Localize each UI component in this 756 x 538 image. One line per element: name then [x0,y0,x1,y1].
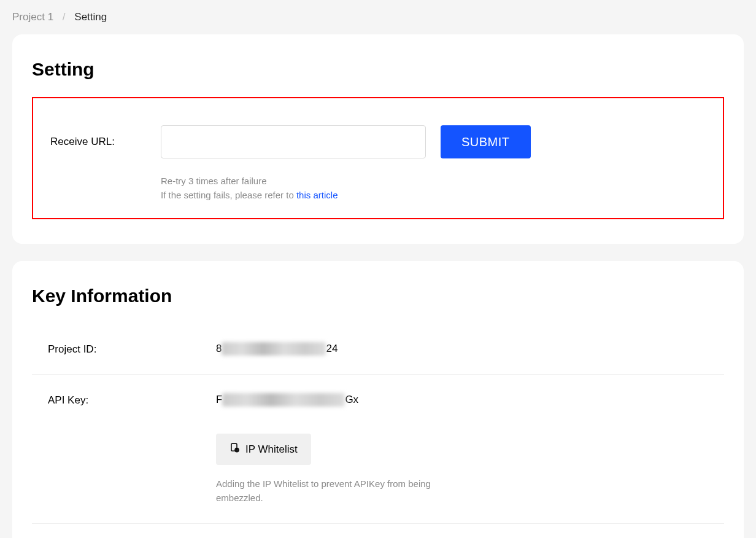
setting-card: Setting Receive URL: SUBMIT Re-try 3 tim… [12,34,744,244]
breadcrumb-parent[interactable]: Project 1 [12,11,53,23]
hint-article-link[interactable]: this article [296,190,338,200]
api-key-prefix: F [216,394,222,406]
api-key-row: API Key: FGx IP Whitelist Adding the IP … [32,375,724,524]
whitelist-hint: Adding the IP Whitelist to prevent APIKe… [216,477,474,505]
key-info-title: Key Information [32,286,724,306]
project-id-suffix: 24 [326,343,338,355]
api-key-masked [222,393,345,407]
hint-line-2: If the setting fails, please refer to th… [161,189,706,203]
project-id-row: Project ID: 824 [32,324,724,375]
project-id-label: Project ID: [32,342,216,356]
receive-url-input[interactable] [161,125,426,158]
setting-title: Setting [32,59,724,80]
submit-button[interactable]: SUBMIT [441,125,531,158]
project-id-masked [222,342,326,356]
receive-url-hint: Re-try 3 times after failure If the sett… [161,174,706,202]
apply-to-row: Apply to: BTC、ETH、TRX、LTC、BCH、DOGE、ETC、D… [32,524,724,538]
hint-line-2-prefix: If the setting fails, please refer to [161,190,296,200]
api-key-value: FGx IP Whitelist Adding the IP Whitelist… [216,393,724,505]
whitelist-icon [230,442,241,456]
hint-line-1: Re-try 3 times after failure [161,174,706,189]
receive-url-row: Receive URL: SUBMIT [50,125,706,158]
project-id-value: 824 [216,342,724,356]
api-key-label: API Key: [32,393,216,407]
breadcrumb: Project 1 / Setting [0,0,756,34]
ip-whitelist-button[interactable]: IP Whitelist [216,434,311,465]
breadcrumb-current: Setting [74,11,107,23]
receive-url-section: Receive URL: SUBMIT Re-try 3 times after… [32,97,724,219]
receive-url-label: Receive URL: [50,136,146,148]
project-id-prefix: 8 [216,343,222,355]
ip-whitelist-label: IP Whitelist [245,443,298,456]
key-info-card: Key Information Project ID: 824 API Key:… [12,261,744,538]
api-key-suffix: Gx [345,394,358,406]
breadcrumb-separator: / [63,11,66,23]
